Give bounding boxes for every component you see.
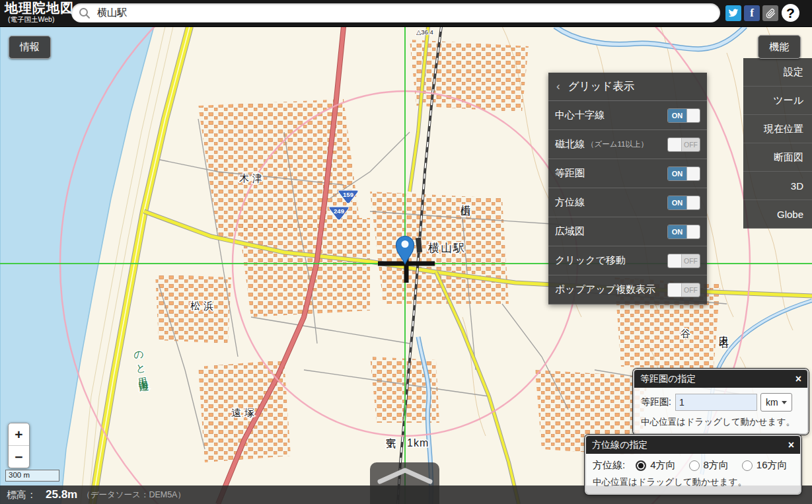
elevation-label: 標高： xyxy=(7,489,36,501)
radio-8-directions[interactable] xyxy=(689,460,700,471)
label-spot-height: △36.4 xyxy=(416,28,433,36)
close-icon[interactable]: × xyxy=(795,374,801,384)
toggle-equidistant-circles[interactable]: ON xyxy=(667,166,700,181)
menu-item-globe[interactable]: Globe xyxy=(743,200,812,229)
unit-select[interactable]: km xyxy=(760,393,792,412)
search-icon xyxy=(78,7,91,20)
search-input[interactable] xyxy=(96,7,720,19)
label-tani: 谷 xyxy=(681,328,694,339)
facebook-f-icon: f xyxy=(750,7,754,20)
direction-panel-header[interactable]: 方位線の指定 × xyxy=(586,436,800,454)
toggle-row-multiple-popups: ポップアップ複数表示 OFF xyxy=(548,275,707,305)
circle-panel-hint: 中心位置はドラッグして動かせます。 xyxy=(641,416,801,428)
toggle-row-direction-lines: 方位線 ON xyxy=(548,188,707,217)
toggle-row-magnetic-north: 磁北線 （ズーム11以上） OFF xyxy=(548,130,707,159)
radio-4-directions[interactable] xyxy=(636,460,646,471)
elevation-value: 25.8m xyxy=(46,488,77,501)
grid-panel-title: グリッド表示 xyxy=(568,79,635,94)
facebook-button[interactable]: f xyxy=(744,5,760,21)
svg-text:249: 249 xyxy=(334,207,344,215)
menu-item-tools[interactable]: ツール xyxy=(743,87,812,115)
unit-value: km xyxy=(766,397,778,408)
dropdown-arrow-icon xyxy=(782,401,787,404)
toggle-row-click-to-move: クリックで移動 OFF xyxy=(548,246,707,275)
svg-text:159: 159 xyxy=(343,191,353,198)
grid-panel-header[interactable]: ‹ グリッド表示 xyxy=(548,73,707,101)
toggle-row-center-crosshair: 中心十字線 ON xyxy=(548,101,707,130)
paperclip-icon xyxy=(766,9,776,18)
app-logo[interactable]: 地理院地図 (電子国土Web) xyxy=(5,1,74,23)
circle-panel-title: 等距圏の指定 xyxy=(640,373,696,385)
twitter-button[interactable] xyxy=(725,5,741,21)
search-box[interactable] xyxy=(71,3,720,22)
label-tozuka: 遠塚 xyxy=(231,407,258,418)
label-kizu: 木津 xyxy=(239,172,266,184)
app-subtitle: (電子国土Web) xyxy=(8,16,74,23)
circle-radius-input[interactable] xyxy=(675,394,757,411)
elevation-source: （データソース：DEM5A） xyxy=(82,489,186,501)
functions-menu: 設定 ツール 現在位置 断面図 3D Globe xyxy=(743,58,812,229)
toggle-row-equidistant-circles: 等距圏 ON xyxy=(548,159,707,188)
label-1km: 1km xyxy=(407,437,429,449)
twitter-bird-icon xyxy=(728,9,739,18)
direction-panel-hint: 中心位置はドラッグして動かせます。 xyxy=(593,476,794,488)
zoom-out-button[interactable]: − xyxy=(9,446,29,468)
menu-item-cross-section[interactable]: 断面図 xyxy=(743,143,812,172)
circle-panel-header[interactable]: 等距圏の指定 × xyxy=(634,370,807,388)
direction-options: 4方向 8方向 16方向 xyxy=(630,459,787,472)
gsi-map-app: 159 249 木津 松浜 遠塚 横山駅 横山 宇気 上田名 谷 のと里山海道 … xyxy=(0,0,812,504)
label-yokoyama-station: 横山駅 xyxy=(428,242,466,254)
toggle-center-crosshair[interactable]: ON xyxy=(667,108,700,123)
toggle-magnetic-north[interactable]: OFF xyxy=(667,137,700,152)
zoom-in-button[interactable]: + xyxy=(9,423,29,446)
radio-16-directions[interactable] xyxy=(742,460,753,471)
circle-radius-label: 等距圏: xyxy=(641,396,671,408)
permalink-button[interactable] xyxy=(762,5,778,21)
functions-button[interactable]: 機能 xyxy=(758,35,801,59)
help-button[interactable]: ? xyxy=(780,3,801,23)
toggle-row-overview-map: 広域図 ON xyxy=(548,217,707,246)
info-button[interactable]: 情報 xyxy=(9,36,51,59)
top-bar: 地理院地図 (電子国土Web) f ? xyxy=(0,0,812,27)
direction-lines-panel: 方位線の指定 × 方位線: 4方向 8方向 16方向 中心位置はドラッグして動か… xyxy=(585,435,801,495)
menu-item-current-location[interactable]: 現在位置 xyxy=(743,115,812,143)
back-chevron-icon[interactable]: ‹ xyxy=(556,80,560,93)
toggle-direction-lines[interactable]: ON xyxy=(667,196,700,210)
toggle-multiple-popups[interactable]: OFF xyxy=(667,283,700,297)
equidistant-circle-panel: 等距圏の指定 × 等距圏: km 中心位置はドラッグして動かせます。 xyxy=(633,369,809,435)
toggle-click-to-move[interactable]: OFF xyxy=(667,254,700,268)
toggle-overview-map[interactable]: ON xyxy=(667,225,700,239)
direction-panel-title: 方位線の指定 xyxy=(592,439,647,451)
label-matsuhama: 松浜 xyxy=(190,300,217,311)
direction-field-label: 方位線: xyxy=(593,459,625,472)
menu-item-settings[interactable]: 設定 xyxy=(743,58,812,87)
close-icon[interactable]: × xyxy=(788,440,794,450)
app-title: 地理院地図 xyxy=(5,1,74,15)
question-mark-icon: ? xyxy=(786,5,795,21)
menu-item-3d[interactable]: 3D xyxy=(743,172,812,200)
scale-bar: 300 m xyxy=(5,470,59,482)
zoom-control: + − xyxy=(8,423,30,468)
chevron-up-icon xyxy=(373,464,437,487)
grid-display-panel: ‹ グリッド表示 中心十字線 ON 磁北線 （ズーム11以上） OFF 等距圏 … xyxy=(548,73,707,305)
